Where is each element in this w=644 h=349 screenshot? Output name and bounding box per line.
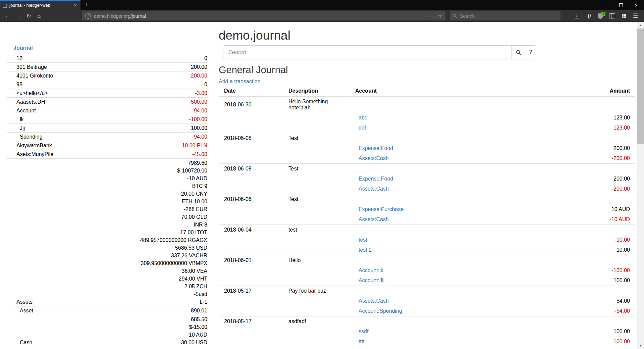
browser-tab[interactable]: journal - hledger-web ×: [0, 0, 80, 10]
site-info-icon[interactable]: i: [85, 13, 91, 19]
posting-account-link[interactable]: Expense:Food: [359, 176, 393, 182]
account-balance-line: 309.950000000000 VBMPX: [7, 259, 208, 267]
transaction-description: asdfadf: [285, 316, 352, 327]
account-name: [7, 236, 140, 244]
account-balance-line: $-100720.00: [7, 167, 208, 174]
account-name[interactable]: Account: [7, 107, 192, 114]
journal-search-button[interactable]: [512, 45, 525, 59]
account-balance: -117.00: [190, 347, 208, 349]
posting-account-link[interactable]: Assets:Cash: [359, 298, 389, 304]
tab-close-icon[interactable]: ×: [73, 2, 78, 8]
window-minimize-button[interactable]: –: [598, 0, 613, 10]
grid-icon[interactable]: [619, 11, 629, 21]
account-row: 4101 Girokonto-200.00: [7, 71, 208, 80]
account-name[interactable]: Aktywa:mBank: [7, 142, 180, 149]
page-title: demo.journal: [219, 29, 635, 43]
account-balance: £-1: [200, 298, 208, 306]
back-button[interactable]: ←: [3, 11, 13, 21]
account-row: Spending-94.00: [7, 133, 208, 141]
window-maximize-button[interactable]: [613, 0, 629, 10]
account-balance-line: Cash-30.00 USD: [7, 339, 208, 346]
transaction-row[interactable]: 2018-06-01Hello: [219, 255, 635, 266]
posting-amount: -100.00: [570, 265, 635, 276]
account-name[interactable]: Assets: [7, 298, 200, 306]
account-name[interactable]: Spending: [7, 133, 192, 141]
sidebar-toggle-icon[interactable]: [607, 11, 617, 21]
account-name[interactable]: Jij: [7, 124, 191, 132]
window-close-button[interactable]: ×: [629, 0, 644, 10]
account-row: 685.50$-15.00-10 AUDCash-30.00 USD: [7, 315, 208, 347]
account-balance: -288 EUR: [184, 205, 208, 213]
account-name[interactable]: Aaasets:DH: [7, 98, 189, 106]
account-name: [7, 159, 188, 167]
posting-account-link[interactable]: tttt: [359, 339, 365, 344]
forward-button[interactable]: →: [13, 11, 23, 21]
posting-account-link[interactable]: abc: [359, 115, 367, 120]
posting-account-link[interactable]: test: [359, 237, 367, 243]
posting-account-link[interactable]: def: [359, 125, 366, 131]
posting-account-link[interactable]: Account:lk: [359, 267, 383, 273]
downloads-icon[interactable]: ↓: [572, 13, 582, 18]
reload-button[interactable]: ↻: [23, 11, 34, 21]
account-name[interactable]: Asset: [7, 307, 191, 314]
browser-search-bar[interactable]: Search: [450, 11, 560, 20]
posting-row: abc123.00: [219, 113, 635, 123]
transaction-row[interactable]: 2018-06-06Test: [219, 194, 635, 205]
transaction-row[interactable]: 2018-06-04test: [219, 225, 635, 235]
scrollbar-up-icon[interactable]: ▲: [637, 22, 644, 29]
scrollbar-thumb[interactable]: [637, 29, 644, 144]
account-name[interactable]: 12: [7, 54, 204, 62]
posting-account-link[interactable]: Assets:Cash: [359, 186, 389, 192]
home-button[interactable]: ⌂: [34, 11, 44, 21]
posting-account-link[interactable]: Account:Spending: [359, 308, 402, 314]
url-bar[interactable]: i demo.hledger.org/journal ⋯ ☆: [82, 11, 445, 20]
transaction-row[interactable]: 2018-06-08Test: [219, 164, 635, 174]
library-icon[interactable]: [583, 13, 594, 18]
transaction-row[interactable]: 2018-05-17Pay foo bar baz: [219, 286, 635, 296]
transaction-row[interactable]: 2018-05-17Test: [219, 347, 635, 349]
menu-icon[interactable]: ☰: [630, 11, 641, 21]
account-balance-line: Jij100.00: [7, 124, 208, 132]
account-balance-line: 120: [7, 54, 208, 62]
posting-account-link[interactable]: ssdf: [359, 329, 368, 334]
posting-account-link[interactable]: Account:Jij: [359, 278, 384, 283]
posting-account-link[interactable]: Expense:Purchase: [359, 206, 404, 212]
account-name[interactable]: 301 Beiträge: [7, 63, 191, 71]
posting-account-link[interactable]: Assets:Cash: [359, 216, 389, 222]
account-name[interactable]: lk: [7, 115, 189, 123]
account-name[interactable]: Asets:MunyPile: [7, 150, 192, 158]
account-balance-line: 4101 Girokonto-200.00: [7, 72, 208, 80]
transaction-row[interactable]: 2018-06-08Test: [219, 133, 635, 144]
account-name: [7, 244, 175, 252]
page-scrollbar[interactable]: ▲ ▼: [637, 22, 644, 349]
search-help-button[interactable]: ?: [525, 45, 536, 59]
account-name[interactable]: 95: [7, 81, 204, 88]
extension-icon[interactable]: 0: [595, 11, 605, 21]
scrollbar-down-icon[interactable]: ▼: [637, 342, 644, 349]
account-name[interactable]: 4101 Girokonto: [7, 72, 189, 80]
account-name[interactable]: Cash: [7, 339, 179, 346]
account-row: 7989.60$-100720.00-10 AUDBTC 9-20.00 CNY…: [7, 159, 208, 306]
posting-account-link[interactable]: Assets:Cash: [359, 155, 389, 161]
account-balance-line: 17.00 ITOT: [7, 229, 208, 236]
bookmark-star-icon[interactable]: ☆: [438, 13, 442, 19]
account-balance: 2.05 ZCH: [184, 283, 208, 290]
posting-account-link[interactable]: test 2: [359, 247, 372, 253]
add-transaction-link[interactable]: Add a transaction: [219, 78, 261, 85]
journal-search-input[interactable]: [223, 45, 512, 59]
new-tab-button[interactable]: +: [80, 0, 92, 10]
account-balance-line: -20.00 CNY: [7, 190, 208, 198]
page-actions-icon[interactable]: ⋯: [429, 13, 435, 19]
transaction-row[interactable]: 2018-05-17asdfadf: [219, 316, 635, 327]
posting-row: Assets:Cash-200.00: [219, 153, 635, 164]
account-balance-line: 36.00 VEA: [7, 267, 208, 275]
account-name[interactable]: <u>hello</u>: [7, 89, 195, 97]
transaction-row[interactable]: 2018-06-30Hello Something note:blah: [219, 96, 635, 113]
sidebar-journal-link[interactable]: Journal: [13, 45, 33, 51]
posting-account-link[interactable]: Expense:Food: [359, 145, 393, 151]
account-balance-line: INR 8: [7, 221, 208, 229]
posting-amount: -200.00: [570, 153, 635, 164]
account-balance: -30.00 USD: [179, 339, 208, 346]
transaction-date: 2018-06-04: [219, 225, 285, 235]
transaction-date: 2018-06-01: [219, 255, 285, 266]
